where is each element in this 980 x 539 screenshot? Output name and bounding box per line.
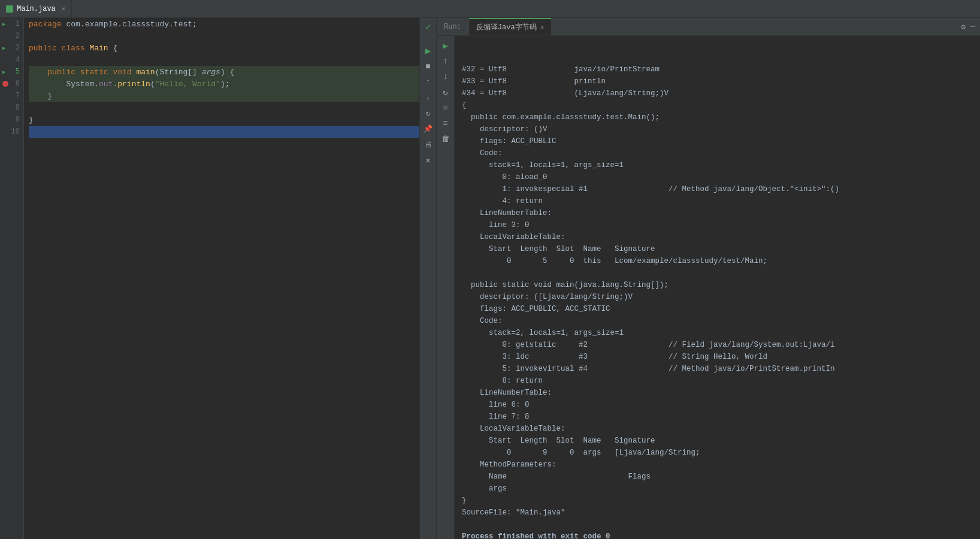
output-line: descriptor: ()V xyxy=(462,123,973,135)
output-rerun-btn[interactable]: ↻ xyxy=(438,85,453,99)
code-line-6: System.out.println("Hello, World"); xyxy=(29,78,419,90)
output-line: public com.example.classstudy.test.Main(… xyxy=(462,111,973,123)
scroll-up-button[interactable]: ↑ xyxy=(422,75,435,89)
code-line-3: public class Main { xyxy=(29,42,419,54)
code-line-1: package com.example.classstudy.test; xyxy=(29,18,419,30)
line-number-8: 8 xyxy=(0,102,23,114)
java-file-icon xyxy=(6,5,13,13)
output-line: LineNumberTable: xyxy=(462,387,973,399)
editor-tab-close[interactable]: ✕ xyxy=(62,5,66,13)
line-number-2: 2 xyxy=(0,30,23,42)
output-line: #34 = Utf8 (Ljava/lang/String;)V xyxy=(462,87,973,99)
line-number-7: 7 xyxy=(0,90,23,102)
run-tab-close[interactable]: ✕ xyxy=(540,23,545,31)
line-number-6: 6 xyxy=(0,78,23,90)
settings-icon[interactable]: ⚙ xyxy=(961,22,966,32)
stop-button[interactable]: ■ xyxy=(422,60,435,73)
output-line: 8: return xyxy=(462,375,973,387)
output-scroll-down-btn[interactable]: ↓ xyxy=(438,69,453,84)
scroll-down-button[interactable]: ↓ xyxy=(422,91,435,104)
output-line: Start Length Slot Name Signature xyxy=(462,435,973,447)
run-button[interactable]: ▶ xyxy=(422,44,435,57)
build-checkmark-button[interactable]: ✓ xyxy=(422,20,435,34)
output-pane: Run: 反编译Java字节码 ✕ ⚙ — ▶ ↑ ↓ ↻ ■ ≡ 🗑 xyxy=(437,18,980,539)
output-line: args xyxy=(462,483,973,495)
output-delete-btn[interactable]: 🗑 xyxy=(438,132,453,146)
close-editor-button[interactable]: ✕ xyxy=(422,153,435,166)
editor-pane: 1 2 3 4 5 6 7 8 9 10 package com.example… xyxy=(0,18,436,539)
output-line: Code: xyxy=(462,315,973,327)
output-line: 0 5 0 this Lcom/example/classstudy/test/… xyxy=(462,255,973,267)
code-line-10 xyxy=(29,126,419,138)
output-line: #33 = Utf8 println xyxy=(462,75,973,87)
output-sidebar: ▶ ↑ ↓ ↻ ■ ≡ 🗑 xyxy=(437,36,455,539)
line-number-3: 3 xyxy=(0,42,23,54)
output-line: line 3: 0 xyxy=(462,219,973,231)
editor-toolbar: ✓ ▶ ■ ↑ ↓ ↻ 📌 🖨 ✕ xyxy=(419,18,436,539)
editor-tab-bar: Main.java ✕ xyxy=(0,0,980,18)
code-line-2 xyxy=(29,30,419,42)
main-area: 1 2 3 4 5 6 7 8 9 10 package com.example… xyxy=(0,18,980,539)
run-tab-icons: ⚙ — xyxy=(961,22,980,32)
line-number-5: 5 xyxy=(0,66,23,78)
output-line: 4: return xyxy=(462,195,973,207)
line-number-10: 10 xyxy=(0,126,23,138)
code-line-5: public static void main(String[] args) { xyxy=(29,66,419,78)
output-line: Code: xyxy=(462,147,973,159)
output-text-area[interactable]: #32 = Utf8 java/io/PrintStream#33 = Utf8… xyxy=(455,36,980,539)
run-tab-decompile[interactable]: 反编译Java字节码 ✕ xyxy=(469,18,551,35)
pin-button[interactable]: 📌 xyxy=(422,122,435,135)
minimize-icon[interactable]: — xyxy=(970,22,975,31)
code-line-4 xyxy=(29,54,419,66)
output-line: flags: ACC_PUBLIC xyxy=(462,135,973,147)
output-line: MethodParameters: xyxy=(462,459,973,471)
output-print-btn[interactable]: ≡ xyxy=(438,116,453,131)
output-scroll-up-btn[interactable]: ↑ xyxy=(438,54,453,68)
code-line-9: } xyxy=(29,114,419,126)
editor-tab-main-java[interactable]: Main.java ✕ xyxy=(0,0,72,17)
output-line: line 7: 8 xyxy=(462,411,973,423)
print-button[interactable]: 🖨 xyxy=(422,138,435,151)
output-line: flags: ACC_PUBLIC, ACC_STATIC xyxy=(462,303,973,315)
output-line: public static void main(java.lang.String… xyxy=(462,279,973,291)
output-stop-btn: ■ xyxy=(438,101,453,115)
line-numbers: 1 2 3 4 5 6 7 8 9 10 xyxy=(0,18,24,539)
code-line-7: } xyxy=(29,90,419,102)
output-line: stack=1, locals=1, args_size=1 xyxy=(462,159,973,171)
run-label: Run: xyxy=(437,23,469,31)
output-line: 0: aload_0 xyxy=(462,171,973,183)
output-line xyxy=(462,519,973,531)
checkmark-icon: ✓ xyxy=(425,21,431,33)
output-line: Start Length Slot Name Signature xyxy=(462,243,973,255)
keyword-public-1: public xyxy=(29,44,62,53)
package-name: com.example.classstudy.test xyxy=(66,20,192,29)
output-line xyxy=(462,267,973,279)
run-tab-label: 反编译Java字节码 xyxy=(476,22,537,32)
output-line: { xyxy=(462,99,973,111)
output-line: descriptor: ([Ljava/lang/String;)V xyxy=(462,291,973,303)
output-line: LineNumberTable: xyxy=(462,207,973,219)
output-line: 0 9 0 args [Ljava/lang/String; xyxy=(462,447,973,459)
rerun-button[interactable]: ↻ xyxy=(422,107,435,120)
output-line: 3: ldc #3 // String Hello, World xyxy=(462,351,973,363)
code-line-8 xyxy=(29,102,419,114)
line-number-9: 9 xyxy=(0,114,23,126)
line-number-4: 4 xyxy=(0,54,23,66)
output-line: SourceFile: "Main.java" xyxy=(462,507,973,519)
output-line: #32 = Utf8 java/io/PrintStream xyxy=(462,63,973,75)
output-line: Process finished with exit code 0 xyxy=(462,531,973,539)
output-line: line 6: 0 xyxy=(462,399,973,411)
editor-content: 1 2 3 4 5 6 7 8 9 10 package com.example… xyxy=(0,18,436,539)
class-name-main: Main xyxy=(89,44,113,53)
run-tab-bar: Run: 反编译Java字节码 ✕ ⚙ — xyxy=(437,18,980,36)
code-editor[interactable]: package com.example.classstudy.test; pub… xyxy=(24,18,419,539)
run-output-run-btn[interactable]: ▶ xyxy=(438,38,453,53)
output-with-sidebar: ▶ ↑ ↓ ↻ ■ ≡ 🗑 #32 = Utf8 java/io/PrintSt… xyxy=(437,36,980,539)
output-line: LocalVariableTable: xyxy=(462,423,973,435)
output-line: stack=2, locals=1, args_size=1 xyxy=(462,327,973,339)
output-line: 0: getstatic #2 // Field java/lang/Syste… xyxy=(462,339,973,351)
output-line: } xyxy=(462,495,973,507)
output-line: 1: invokespecial #1 // Method java/lang/… xyxy=(462,183,973,195)
output-line: Name Flags xyxy=(462,471,973,483)
editor-tab-label: Main.java xyxy=(17,5,56,13)
